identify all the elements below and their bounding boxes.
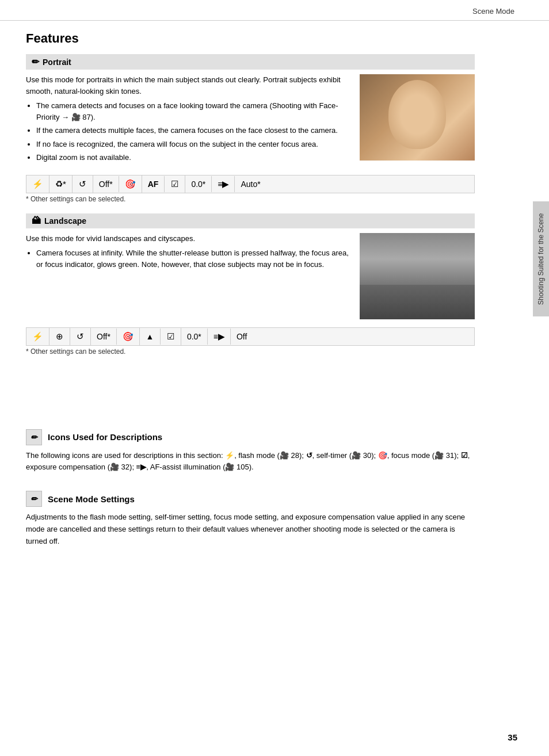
- portrait-setting-focus-icon: 🎯: [119, 175, 142, 193]
- landscape-footnote: Other settings can be selected.: [26, 348, 475, 356]
- scene-mode-settings-icon: ✏: [26, 491, 42, 507]
- portrait-bullets: The camera detects and focuses on a face…: [36, 100, 350, 163]
- landscape-setting-timer: ↺: [70, 328, 91, 345]
- spacer: [26, 366, 475, 412]
- scene-mode-settings-header: ✏ Scene Mode Settings: [26, 491, 475, 507]
- icons-section: ✏ Icons Used for Descriptions The follow…: [26, 429, 475, 474]
- landscape-text: Use this mode for vivid landscapes and c…: [26, 233, 350, 319]
- portrait-setting-off1: Off*: [93, 176, 119, 192]
- landscape-photo: [360, 233, 475, 319]
- portrait-setting-exp-val: 0.0*: [185, 176, 212, 192]
- landscape-label: Landscape: [44, 216, 86, 226]
- portrait-setting-auto: Auto*: [235, 176, 266, 192]
- portrait-header: ✏ Portrait: [26, 54, 475, 70]
- main-content: Features ✏ Portrait Use this mode for po…: [0, 21, 506, 567]
- page-title: Features: [26, 31, 475, 46]
- page-number: 35: [508, 732, 517, 742]
- landscape-setting-circle: ⊕: [49, 328, 70, 345]
- portrait-footnote: Other settings can be selected.: [26, 195, 475, 203]
- portrait-setting-flash: ⚡: [26, 175, 49, 193]
- landscape-para1: Use this mode for vivid landscapes and c…: [26, 233, 350, 245]
- portrait-text: Use this mode for portraits in which the…: [26, 74, 350, 167]
- scene-mode-settings-section: ✏ Scene Mode Settings Adjustments to the…: [26, 491, 475, 547]
- landscape-bullet-1: Camera focuses at infinity. While the sh…: [36, 247, 350, 270]
- portrait-photo: [360, 74, 475, 161]
- portrait-setting-exp-icon: ☑: [165, 175, 185, 193]
- scene-mode-settings-title: Scene Mode Settings: [48, 494, 135, 504]
- landscape-setting-off1: Off*: [91, 329, 117, 345]
- side-tab: Shooting Suited for the Scene: [533, 201, 549, 316]
- portrait-label: Portrait: [43, 58, 71, 67]
- portrait-bullet-2: If the camera detects multiple faces, th…: [36, 125, 350, 136]
- scene-mode-settings-text: Adjustments to the flash mode setting, s…: [26, 511, 475, 547]
- landscape-bullets: Camera focuses at infinity. While the sh…: [36, 247, 350, 270]
- landscape-content: Use this mode for vivid landscapes and c…: [26, 228, 475, 324]
- landscape-setting-exp-icon: ☑: [161, 328, 181, 345]
- portrait-image: [360, 74, 475, 161]
- landscape-icon: 🏔: [32, 216, 41, 226]
- portrait-bullet-1: The camera detects and focuses on a face…: [36, 100, 350, 123]
- portrait-setting-timer: ↺: [73, 175, 93, 193]
- portrait-setting-af: AF: [142, 176, 165, 192]
- landscape-header: 🏔 Landscape: [26, 213, 475, 228]
- landscape-setting-flash: ⚡: [26, 328, 49, 345]
- landscape-image: [360, 233, 475, 319]
- landscape-setting-exp-val: 0.0*: [181, 329, 208, 345]
- header-title: Scene Mode: [472, 7, 514, 16]
- portrait-bullet-3: If no face is recognized, the camera wil…: [36, 139, 350, 150]
- portrait-settings-row: ⚡ ♻* ↺ Off* 🎯 AF ☑ 0.0*: [26, 175, 475, 193]
- landscape-setting-focus-icon: 🎯: [117, 328, 140, 345]
- icons-title: Icons Used for Descriptions: [48, 432, 162, 442]
- landscape-setting-mountain: ▲: [140, 329, 161, 345]
- portrait-section: ✏ Portrait Use this mode for portraits i…: [26, 54, 475, 203]
- portrait-para1: Use this mode for portraits in which the…: [26, 74, 350, 97]
- portrait-icon: ✏: [32, 56, 39, 67]
- portrait-setting-afassist: ≡▶: [212, 176, 235, 192]
- landscape-setting-afassist: ≡▶: [208, 329, 231, 345]
- portrait-content: Use this mode for portraits in which the…: [26, 70, 475, 171]
- icons-header: ✏ Icons Used for Descriptions: [26, 429, 475, 445]
- landscape-section: 🏔 Landscape Use this mode for vivid land…: [26, 213, 475, 356]
- portrait-bullet-4: Digital zoom is not available.: [36, 152, 350, 163]
- icons-text: The following icons are used for descrip…: [26, 450, 475, 474]
- portrait-setting-selftimer: ♻*: [49, 175, 73, 193]
- icons-icon: ✏: [26, 429, 42, 445]
- page-header: Scene Mode: [0, 0, 549, 21]
- landscape-settings-row: ⚡ ⊕ ↺ Off* 🎯 ▲ ☑ 0.0* ≡: [26, 327, 475, 346]
- landscape-setting-off2: Off: [231, 329, 253, 345]
